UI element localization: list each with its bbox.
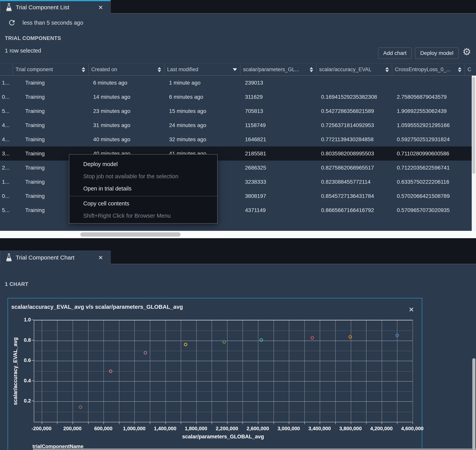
table-cell: 3808197 bbox=[240, 189, 316, 203]
top-tab-bar: Trial Component List ✕ bbox=[0, 0, 476, 14]
last-refreshed-text: less than 5 seconds ago bbox=[23, 20, 83, 26]
column-header-scalar-parameters-gl[interactable]: scalar/parameters_GL... bbox=[240, 64, 316, 76]
table-cell: 0.5709657073020935 bbox=[392, 203, 465, 217]
table-cell: 239013 bbox=[240, 76, 316, 90]
scrollbar-thumb[interactable] bbox=[80, 232, 181, 237]
axis-tick bbox=[304, 422, 305, 424]
axis-tick bbox=[31, 401, 34, 401]
axis-tick bbox=[72, 422, 73, 424]
table-cell: 0.7721139430284858 bbox=[316, 132, 392, 147]
menu-item-stop-job-not-available-for-the-selection: Stop job not available for the selection bbox=[69, 170, 217, 183]
gear-icon[interactable]: ⚙ bbox=[462, 46, 471, 57]
table-cell: 0.6335750222206116 bbox=[392, 175, 465, 189]
column-header-trial-component[interactable]: Trial component bbox=[13, 64, 89, 76]
column-header-created-on[interactable]: Created on bbox=[89, 64, 164, 76]
menu-item-deploy-model[interactable]: Deploy model bbox=[69, 158, 217, 170]
axis-tick bbox=[134, 422, 135, 424]
column-header-crossentropyloss-0[interactable]: CrossEntropyLoss_0_... bbox=[392, 64, 465, 76]
flask-icon bbox=[5, 3, 13, 12]
table-cell: 0.7122035622596741 bbox=[392, 161, 465, 175]
column-header-last-modified[interactable]: Last modified bbox=[164, 64, 240, 76]
add-chart-button[interactable]: Add chart bbox=[378, 47, 412, 59]
flask-icon bbox=[5, 253, 13, 262]
x-tick-label: 1,400,000 bbox=[154, 426, 176, 432]
data-point[interactable] bbox=[349, 335, 352, 339]
sort-icon[interactable] bbox=[385, 67, 389, 72]
column-header-scalar-accuracy-eval[interactable]: scalar/accuracy_EVAL bbox=[316, 64, 392, 76]
table-cell: 40 minutes ago bbox=[89, 132, 164, 147]
sort-desc-icon[interactable] bbox=[233, 68, 237, 71]
axis-tick bbox=[289, 422, 289, 424]
menu-item-shift-right-click-for-browser-menu: Shift+Right Click for Browser Menu bbox=[69, 210, 217, 222]
tab-trial-component-chart[interactable]: Trial Component Chart ✕ bbox=[0, 251, 111, 264]
close-icon[interactable]: ✕ bbox=[98, 254, 103, 261]
x-tick-label: 1,000,000 bbox=[123, 426, 146, 432]
x-tick-label: 3,000,000 bbox=[277, 426, 300, 432]
deploy-model-button[interactable]: Deploy model bbox=[415, 47, 458, 59]
data-point[interactable] bbox=[109, 369, 112, 373]
table-cell: 0.8035982008995503 bbox=[316, 147, 392, 161]
column-header-blank-0 bbox=[0, 64, 13, 76]
x-axis-title: scalar/parameters_GLOBAL_avg bbox=[34, 434, 412, 440]
axis-tick bbox=[335, 422, 336, 424]
data-point[interactable] bbox=[79, 405, 82, 409]
axis-tick bbox=[382, 422, 382, 424]
table-cell: 6 minutes ago bbox=[89, 76, 164, 90]
axis-tick bbox=[242, 422, 243, 424]
table-cell: 1... bbox=[0, 175, 13, 189]
column-header-c: C bbox=[465, 64, 476, 76]
table-row[interactable]: 0...Training14 minutes ago6 minutes ago3… bbox=[0, 90, 476, 104]
menu-item-copy-cell-contents[interactable]: Copy cell contents bbox=[69, 197, 217, 210]
table-cell: 0.5702066421508789 bbox=[392, 189, 465, 203]
table-header: Trial componentCreated onLast modifiedsc… bbox=[0, 63, 476, 76]
gridline bbox=[34, 401, 413, 402]
sort-icon[interactable] bbox=[158, 67, 161, 72]
column-label: scalar/parameters_GL... bbox=[240, 66, 299, 72]
sort-icon[interactable] bbox=[458, 67, 461, 72]
table-row[interactable]: 4...Training40 minutes ago32 minutes ago… bbox=[0, 132, 476, 147]
menu-item-open-in-trial-details[interactable]: Open in trial details bbox=[69, 183, 217, 195]
table-horizontal-scrollbar[interactable] bbox=[0, 231, 476, 238]
close-icon[interactable]: ✕ bbox=[98, 4, 103, 11]
table-cell: 15 minutes ago bbox=[164, 104, 240, 118]
x-tick-label: 4,600,000 bbox=[401, 426, 424, 432]
sort-icon[interactable] bbox=[82, 67, 85, 72]
table-cell: 1646821 bbox=[240, 132, 316, 147]
column-label: Trial component bbox=[13, 66, 53, 72]
data-point[interactable] bbox=[184, 343, 187, 346]
data-point[interactable] bbox=[223, 340, 226, 344]
gridline bbox=[34, 412, 413, 412]
data-point[interactable] bbox=[144, 351, 147, 355]
column-label: CrossEntropyLoss_0_... bbox=[392, 66, 451, 72]
table-cell: Training bbox=[13, 118, 89, 132]
tab-trial-component-list[interactable]: Trial Component List ✕ bbox=[0, 0, 111, 14]
table-vertical-scrollbar[interactable] bbox=[472, 76, 476, 231]
axis-tick bbox=[196, 422, 197, 424]
data-point[interactable] bbox=[259, 338, 263, 342]
trial-component-chart-panel: Trial Component Chart ✕ 1 CHART scalar/a… bbox=[0, 238, 476, 450]
axis-tick bbox=[31, 340, 34, 340]
table-cell: 31 minutes ago bbox=[89, 118, 164, 132]
refresh-icon[interactable] bbox=[8, 19, 16, 27]
tab-strip-empty bbox=[111, 0, 476, 14]
page-scrollbar-thumb[interactable] bbox=[472, 358, 476, 450]
table-cell: 1158749 bbox=[240, 118, 316, 132]
table-row[interactable]: 4...Training31 minutes ago24 minutes ago… bbox=[0, 118, 476, 132]
table-cell: 3238333 bbox=[240, 175, 316, 189]
sort-icon[interactable] bbox=[310, 67, 313, 72]
axis-tick bbox=[31, 381, 34, 381]
gridline bbox=[34, 381, 413, 382]
x-tick-label: 2,600,000 bbox=[247, 426, 269, 432]
x-tick-label: 1,800,000 bbox=[185, 426, 207, 432]
data-point[interactable] bbox=[395, 334, 399, 337]
table-row[interactable]: 5...Training23 minutes ago15 minutes ago… bbox=[0, 104, 476, 118]
table-cell: 4371149 bbox=[240, 203, 316, 217]
data-point[interactable] bbox=[311, 336, 314, 340]
table-cell bbox=[392, 76, 465, 90]
chart-panel-body: 1 CHART scalar/accuracy_EVAL_avg v/s sca… bbox=[0, 264, 476, 450]
scrollbar-thumb[interactable] bbox=[472, 77, 475, 174]
table-cell: 0... bbox=[0, 189, 13, 203]
close-icon[interactable]: ✕ bbox=[407, 306, 416, 314]
table-row[interactable]: 1...Training6 minutes ago1 minute ago239… bbox=[0, 76, 476, 90]
y-axis-title: scalar/accuracy_EVAL_avg bbox=[12, 319, 18, 424]
